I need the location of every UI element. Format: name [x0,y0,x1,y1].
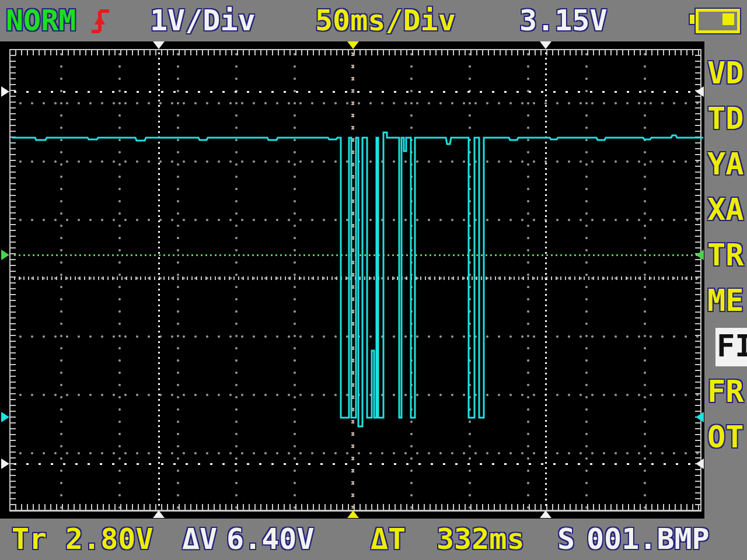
trigger-position-marker-bottom[interactable] [347,510,359,518]
sidebar-item-ot[interactable]: OT [707,420,747,456]
channel-position-marker-right[interactable] [696,412,704,422]
save-filename[interactable]: 001.BMP [587,519,710,560]
trigger-level-marker-left[interactable] [1,250,9,260]
trigger-level-line [14,254,700,256]
voltage-cursor-1-marker-left[interactable] [1,86,9,97]
center-horizontal-gridline [14,276,700,280]
time-cursor-1-line [158,52,160,509]
trigger-label: Tr [12,519,47,560]
bottom-status-bar: Tr 2.80V ΔV 6.40V ΔT 332ms S 001.BMP [0,519,747,560]
waveform-display-area [0,41,704,519]
battery-nub [690,15,694,24]
sidebar-item-tr[interactable]: TR [707,238,747,274]
battery-icon [696,9,740,33]
oscilloscope-screen: NORM 1V/Div 50ms/Div 3.15V VDTDYAXATRMEF… [0,0,747,560]
top-ruler-ticks [9,50,701,55]
delta-t-value: 332ms [437,519,525,560]
rising-edge-trigger-icon[interactable] [90,7,113,35]
time-cursor-2-marker-bottom[interactable] [540,510,551,518]
sidebar-item-ya[interactable]: YA [707,147,747,183]
delta-t-label: ΔT [371,519,406,560]
menu-sidebar: VDTDYAXATRMEFIFROT [704,41,747,519]
battery-charge-level [722,13,734,25]
voltage-cursor-2-marker-right[interactable] [696,459,704,469]
left-ruler-ticks [11,49,16,512]
channel-position-marker-left[interactable] [1,412,9,422]
right-ruler-ticks [695,49,700,512]
right-ruler [700,49,701,512]
time-cursor-2-marker-top[interactable] [540,41,551,49]
voltage-cursor-1-line [14,91,700,93]
top-status-bar: NORM 1V/Div 50ms/Div 3.15V [0,0,747,41]
trigger-level-value[interactable]: 2.80V [65,519,153,560]
voltage-cursor-2-marker-left[interactable] [1,459,9,469]
time-cursor-2-line [545,52,547,509]
time-cursor-1-marker-bottom[interactable] [153,510,165,518]
trigger-position-line [351,52,354,509]
sidebar-item-xa[interactable]: XA [707,192,747,229]
sidebar-item-fi[interactable]: FI [717,329,747,365]
trigger-position-marker-top[interactable] [347,41,359,49]
sidebar-item-td[interactable]: TD [707,102,747,138]
delta-v-label: ΔV [182,519,217,560]
time-per-div-value[interactable]: 50ms/Div [315,0,456,41]
voltage-cursor-1-marker-right[interactable] [696,86,704,97]
graticule-grid [14,52,700,509]
delta-v-value: 6.40V [226,519,315,560]
voltage-reading: 3.15V [519,0,608,41]
trigger-level-marker-right[interactable] [696,250,704,260]
bottom-ruler-ticks [9,504,701,510]
sidebar-item-fr[interactable]: FR [707,374,747,411]
voltage-cursor-2-line [14,463,700,465]
trigger-mode-label[interactable]: NORM [6,0,76,41]
sidebar-item-me[interactable]: ME [707,284,747,320]
time-cursor-1-marker-top[interactable] [153,41,165,49]
save-label[interactable]: S [557,519,575,560]
sidebar-item-vd[interactable]: VD [707,56,747,92]
volts-per-div-value[interactable]: 1V/Div [150,0,256,41]
